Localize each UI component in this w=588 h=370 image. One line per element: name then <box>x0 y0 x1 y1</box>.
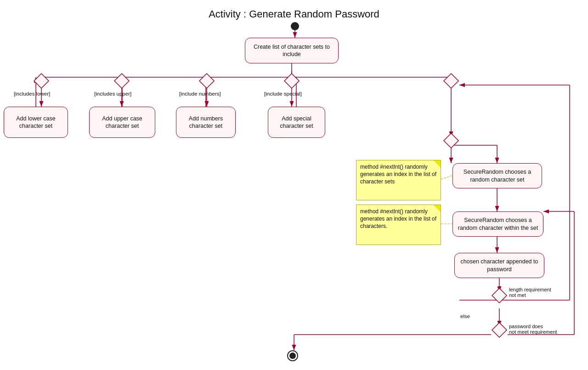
guard-length-not-met: length requirement not met <box>509 287 551 298</box>
diamond-length <box>491 287 508 304</box>
diagram-title: Activity : Generate Random Password <box>0 8 588 20</box>
svg-marker-34 <box>199 74 214 88</box>
act-lower: Add lower case character set <box>4 107 68 138</box>
guard-special: [include special] <box>264 91 302 97</box>
act-upper: Add upper case character set <box>89 107 155 138</box>
diamond-meet <box>491 322 508 338</box>
create-list-node: Create list of character sets to include <box>245 38 339 63</box>
svg-marker-32 <box>34 74 49 88</box>
svg-marker-36 <box>444 74 458 88</box>
guard-lower: [includes lower] <box>14 91 50 97</box>
initial-node <box>291 22 299 30</box>
guard-numbers: [include numbers] <box>179 91 221 97</box>
svg-line-30 <box>441 176 452 179</box>
diamond-right1 <box>443 73 459 89</box>
act-appended: chosen character appended to password <box>454 253 544 278</box>
final-node <box>287 350 298 361</box>
diamond-special <box>283 73 300 89</box>
svg-point-41 <box>289 353 296 359</box>
svg-marker-37 <box>444 133 458 148</box>
svg-marker-39 <box>492 323 507 337</box>
svg-marker-35 <box>284 74 299 88</box>
diamond-numbers <box>198 73 215 89</box>
act-secure1: SecureRandom chooses a random character … <box>452 163 542 188</box>
diamond-right2 <box>443 132 459 149</box>
svg-marker-38 <box>492 288 507 303</box>
guard-else: else <box>460 313 470 319</box>
note-nextint2: method #nextInt() randomly generates an … <box>356 205 441 245</box>
diamond-upper <box>113 73 130 89</box>
svg-marker-33 <box>114 74 129 88</box>
note-nextint1: method #nextInt() randomly generates an … <box>356 160 441 200</box>
guard-upper: [includes upper] <box>94 91 131 97</box>
act-special: Add special character set <box>268 107 325 138</box>
diamond-lower <box>33 73 50 89</box>
guard-pass-not-meet: password does not meet requirement <box>509 324 557 335</box>
act-numbers: Add numbers character set <box>176 107 236 138</box>
act-secure2: SecureRandom chooses a random character … <box>452 211 543 237</box>
